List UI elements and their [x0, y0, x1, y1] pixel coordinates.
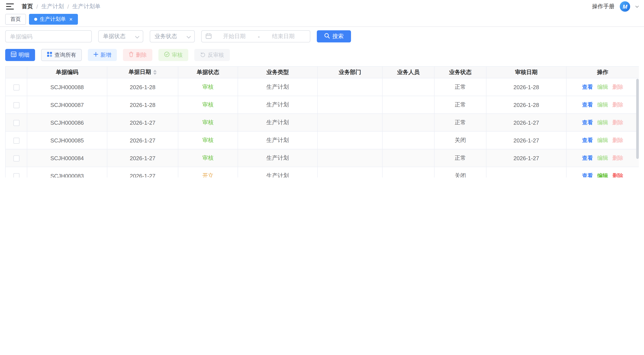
tab-bar: 首页 生产计划单 × [0, 12, 644, 27]
manual-link[interactable]: 操作手册 [592, 2, 614, 10]
cell-biz-dept [318, 114, 382, 132]
cell-doc-code: SCJH000085 [27, 132, 107, 149]
plus-icon [94, 52, 98, 58]
view-link[interactable]: 查看 [582, 137, 593, 143]
unaudit-button-label: 反审核 [208, 51, 224, 59]
close-icon[interactable]: × [69, 16, 72, 22]
unaudit-button[interactable]: 反审核 [194, 49, 230, 61]
cell-biz-type: 生产计划 [238, 167, 318, 178]
edit-link[interactable]: 编辑 [597, 102, 608, 108]
cell-biz-dept [318, 149, 382, 167]
cell-doc-status: 审核 [178, 132, 238, 149]
row-checkbox[interactable] [13, 84, 19, 90]
audit-button[interactable]: 审核 [158, 49, 188, 61]
delete-link[interactable]: 删除 [612, 102, 623, 108]
toolbar: 明细 查询所有 新增 删除 [5, 49, 639, 61]
edit-link[interactable]: 编辑 [597, 84, 608, 90]
query-all-button[interactable]: 查询所有 [41, 49, 82, 61]
search-button[interactable]: 搜索 [317, 30, 351, 42]
date-range-picker[interactable]: 开始日期 - 结束日期 [201, 30, 310, 42]
column-header: 业务状态 [434, 66, 486, 78]
breadcrumb-production-plan[interactable]: 生产计划 [41, 2, 64, 10]
column-header: 单据状态 [178, 66, 238, 78]
doc-code-input[interactable] [5, 30, 92, 42]
delete-link[interactable]: 删除 [612, 137, 623, 143]
tab-production-plan-order[interactable]: 生产计划单 × [29, 14, 78, 25]
delete-link[interactable]: 删除 [612, 172, 623, 178]
column-header: 单据编码 [27, 66, 107, 78]
column-header: 操作 [566, 66, 639, 78]
table-row: SCJH0000832026-1-27开立生产计划关闭查看编辑删除 [6, 167, 639, 178]
cell-biz-dept [318, 132, 382, 149]
delete-button[interactable]: 删除 [123, 49, 152, 61]
row-checkbox[interactable] [13, 156, 19, 162]
end-date-placeholder: 结束日期 [260, 32, 306, 40]
view-link[interactable]: 查看 [582, 84, 593, 90]
table-row: SCJH0000852026-1-27审核生产计划关闭2026-1-27查看编辑… [6, 132, 639, 149]
doc-status-select-placeholder: 单据状态 [103, 32, 126, 40]
row-checkbox[interactable] [13, 120, 19, 126]
date-range-separator: - [257, 33, 261, 40]
cell-doc-status: 审核 [178, 114, 238, 132]
search-button-label: 搜索 [332, 32, 344, 40]
cell-audit-date: 2026-1-27 [486, 149, 566, 167]
column-header: 业务人员 [382, 66, 434, 78]
chevron-down-icon[interactable] [635, 6, 639, 8]
main-content: 单据状态 业务状态 开始日期 - 结束日期 [0, 27, 644, 178]
delete-link[interactable]: 删除 [612, 84, 623, 90]
sort-caret-icon[interactable] [153, 68, 157, 77]
add-button[interactable]: 新增 [88, 49, 117, 61]
view-link[interactable]: 查看 [582, 155, 593, 161]
add-button-label: 新增 [100, 51, 111, 59]
cell-biz-person [382, 78, 434, 96]
cell-doc-date: 2026-1-27 [107, 149, 178, 167]
start-date-placeholder: 开始日期 [212, 32, 257, 40]
cell-biz-person [382, 132, 434, 149]
cell-audit-date: 2026-1-27 [486, 132, 566, 149]
detail-button[interactable]: 明细 [5, 49, 35, 61]
view-link[interactable]: 查看 [582, 172, 593, 178]
tab-active-label: 生产计划单 [40, 16, 66, 23]
breadcrumb: 首页 / 生产计划 / 生产计划单 [22, 2, 100, 10]
view-link[interactable]: 查看 [582, 102, 593, 108]
vertical-scrollbar-thumb[interactable] [636, 79, 639, 159]
row-checkbox-cell [6, 114, 27, 132]
cell-doc-status: 审核 [178, 96, 238, 114]
cell-biz-person [382, 96, 434, 114]
cell-operations: 查看编辑删除 [566, 167, 639, 178]
doc-status-select[interactable]: 单据状态 [98, 30, 143, 42]
row-checkbox[interactable] [13, 102, 19, 108]
cell-biz-dept [318, 96, 382, 114]
column-header: 审核日期 [486, 66, 566, 78]
biz-status-select-placeholder: 业务状态 [154, 32, 177, 40]
select-all-header-cell [6, 66, 27, 78]
biz-status-select[interactable]: 业务状态 [150, 30, 195, 42]
edit-link[interactable]: 编辑 [597, 172, 608, 178]
audit-button-label: 审核 [172, 51, 183, 59]
view-link[interactable]: 查看 [582, 119, 593, 125]
row-checkbox[interactable] [13, 173, 19, 178]
menu-fold-icon[interactable] [5, 2, 15, 10]
delete-link[interactable]: 删除 [612, 155, 623, 161]
cell-biz-type: 生产计划 [238, 96, 318, 114]
table-row: SCJH0000872026-1-28审核生产计划正常2026-1-28查看编辑… [6, 96, 639, 114]
cell-biz-person [382, 149, 434, 167]
avatar[interactable]: M [620, 1, 630, 12]
breadcrumb-production-plan-order[interactable]: 生产计划单 [72, 2, 100, 10]
cell-biz-status: 关闭 [434, 167, 486, 178]
table-row: SCJH0000882026-1-28审核生产计划正常2026-1-28查看编辑… [6, 78, 639, 96]
cell-biz-status: 正常 [434, 78, 486, 96]
column-header: 业务类型 [238, 66, 318, 78]
tab-home[interactable]: 首页 [5, 14, 26, 25]
detail-button-label: 明细 [18, 51, 30, 59]
cell-operations: 查看编辑删除 [566, 114, 639, 132]
row-checkbox[interactable] [13, 138, 19, 144]
delete-link[interactable]: 删除 [612, 119, 623, 125]
edit-link[interactable]: 编辑 [597, 155, 608, 161]
edit-link[interactable]: 编辑 [597, 119, 608, 125]
chevron-down-icon [135, 33, 139, 40]
column-header[interactable]: 单据日期 [107, 66, 178, 78]
table-header-row: 单据编码单据日期单据状态业务类型业务部门业务人员业务状态审核日期操作 [6, 66, 639, 78]
breadcrumb-home[interactable]: 首页 [22, 2, 33, 10]
edit-link[interactable]: 编辑 [597, 137, 608, 143]
